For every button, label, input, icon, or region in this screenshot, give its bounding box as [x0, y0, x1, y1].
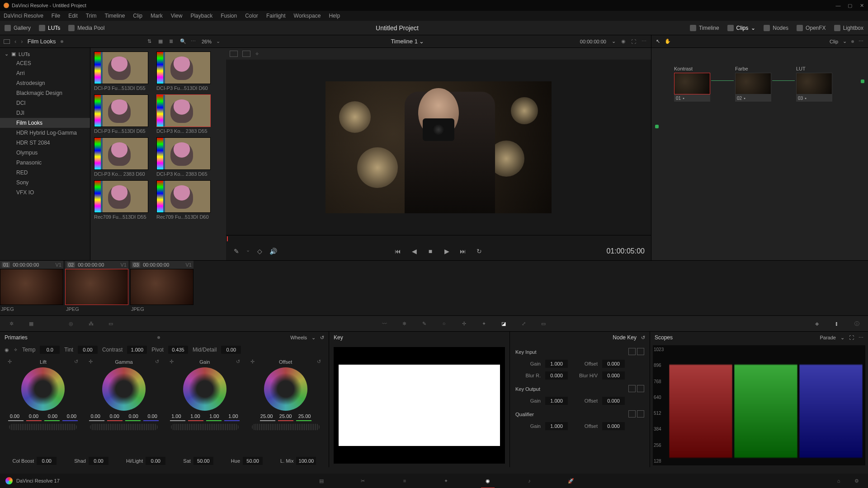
key-preview[interactable] — [334, 347, 505, 464]
menu-edit[interactable]: Edit — [68, 13, 78, 19]
maximize-button[interactable]: ▢ — [847, 3, 853, 8]
viewer-image[interactable] — [326, 81, 552, 213]
page-fusion[interactable]: ✦ — [441, 476, 451, 486]
graph-output[interactable] — [861, 80, 864, 83]
options-icon[interactable]: ⋯ — [859, 38, 863, 44]
lut-folder-panasonic[interactable]: Panasonic — [0, 158, 90, 168]
scopes-icon[interactable]: ⫿ — [832, 319, 842, 328]
matte-toggle[interactable] — [628, 410, 636, 418]
menu-mark[interactable]: Mark — [151, 13, 163, 19]
prim-hilight[interactable]: 0.00 — [146, 457, 165, 465]
menu-workspace[interactable]: Workspace — [294, 13, 321, 19]
auto-balance-icon[interactable]: ✧ — [14, 347, 18, 353]
options-icon[interactable]: ⋯ — [859, 335, 863, 341]
tracker-icon[interactable]: ✢ — [459, 319, 469, 328]
prev-clip-button[interactable]: ⏮ — [394, 247, 402, 255]
expand-icon[interactable]: ⛶ — [849, 335, 854, 340]
lut-item[interactable]: Rec709 Fu...513DI D55 — [94, 180, 148, 220]
nav-fwd-icon[interactable]: › — [21, 38, 23, 45]
color-match-icon[interactable]: ▦ — [26, 319, 36, 328]
expand-icon[interactable]: ⛶ — [631, 39, 636, 44]
chevron-down-icon[interactable]: ⌄ — [246, 247, 250, 255]
lut-folder-dci[interactable]: DCI — [0, 98, 90, 108]
picker-icon[interactable]: ✢ — [170, 359, 174, 365]
stop-button[interactable]: ■ — [426, 247, 434, 255]
key-icon[interactable]: ◪ — [499, 319, 509, 328]
pointer-icon[interactable]: ↖ — [656, 38, 660, 44]
lut-item[interactable]: DCI-P3 Fu...513DI D60 — [156, 52, 211, 91]
lut-folder-vfx-io[interactable]: VFX IO — [0, 188, 90, 197]
nk-offset[interactable]: 0.000 — [602, 360, 625, 368]
lut-folder-dji[interactable]: DJI — [0, 108, 90, 118]
pagebar-gallery[interactable]: Gallery — [5, 25, 31, 31]
adjust-tint[interactable]: 0.00 — [78, 346, 98, 354]
pagebar-luts[interactable]: LUTs — [39, 25, 60, 31]
pagebar-timeline[interactable]: Timeline — [690, 25, 719, 31]
sort-icon[interactable]: ⇅ — [147, 38, 154, 45]
reset-icon[interactable]: ↺ — [236, 359, 240, 365]
reset-icon[interactable]: ↺ — [155, 359, 159, 365]
lut-item[interactable]: DCI-P3 Ko... 2383 D65 — [156, 137, 211, 177]
lut-folder-hdr-st-2084[interactable]: HDR ST 2084 — [0, 138, 90, 148]
window-icon[interactable]: ○ — [439, 319, 449, 328]
viewer-scrubber[interactable] — [226, 235, 651, 242]
viewer-timecode[interactable]: 01:00:05:00 — [606, 247, 645, 255]
pagebar-lightbox[interactable]: Lightbox — [834, 25, 863, 31]
panel-toggle-icon[interactable] — [4, 39, 10, 44]
picker-icon[interactable]: ✢ — [89, 359, 93, 365]
lut-item[interactable]: DCI-P3 Ko... 2383 D60 — [94, 137, 148, 177]
picker-icon[interactable]: ◉ — [5, 347, 9, 353]
chevron-down-icon[interactable]: ⌄ — [311, 335, 316, 341]
page-color[interactable]: ◉ — [483, 476, 493, 486]
primaries-mode[interactable]: Wheels — [290, 335, 307, 340]
lut-tree-root[interactable]: ⌄ ▣ LUTs — [0, 50, 90, 58]
jog-lift[interactable] — [9, 424, 77, 430]
clip-03[interactable]: 0300:00:00:00V1JPEG — [130, 261, 193, 315]
invert-toggle[interactable] — [637, 410, 644, 418]
reset-icon[interactable]: ↺ — [317, 359, 321, 365]
highlight-icon[interactable]: ✧ — [255, 51, 259, 57]
menu-view[interactable]: View — [171, 13, 183, 19]
adjust-temp[interactable]: 0.0 — [40, 346, 60, 354]
pan-icon[interactable]: ✋ — [665, 38, 671, 44]
zoom-chevron-icon[interactable]: ⌄ — [216, 38, 222, 45]
list-view-icon[interactable]: ≣ — [169, 38, 175, 45]
scopes-mode[interactable]: Parade — [820, 335, 836, 340]
primaries-icon[interactable] — [46, 319, 56, 328]
page-media[interactable]: ▤ — [316, 476, 326, 486]
reset-icon[interactable]: ↺ — [74, 359, 78, 365]
pagebar-openfx[interactable]: OpenFX — [797, 25, 826, 31]
lut-item[interactable]: DCI-P3 Ko... 2383 D55 — [156, 94, 211, 134]
curves-icon[interactable]: 〰 — [379, 319, 389, 328]
3d-icon[interactable]: ▭ — [538, 319, 548, 328]
image-wipe-icon[interactable] — [230, 51, 238, 57]
jog-gamma[interactable] — [90, 424, 158, 430]
menu-timeline[interactable]: Timeline — [104, 13, 125, 19]
step-back-button[interactable]: ◀ — [410, 247, 418, 255]
options-icon[interactable]: ⋯ — [191, 38, 197, 45]
invert-toggle[interactable] — [637, 385, 644, 392]
lut-folder-blackmagic-design[interactable]: Blackmagic Design — [0, 88, 90, 98]
search-icon[interactable]: 🔍 — [180, 38, 186, 45]
rgb-mixer-icon[interactable]: ⁂ — [86, 319, 96, 328]
node-03[interactable]: LUT03▪ — [796, 66, 832, 102]
render-cache-icon[interactable]: ◉ — [621, 38, 626, 44]
nk-blurr[interactable]: 0.000 — [545, 371, 568, 380]
graph-input[interactable] — [655, 125, 659, 128]
keyframes-icon[interactable]: ◆ — [812, 319, 822, 328]
page-fairlight[interactable]: ♪ — [524, 476, 534, 486]
prim-sat[interactable]: 50.00 — [193, 457, 213, 465]
page-deliver[interactable]: 🚀 — [566, 476, 576, 486]
menu-davinci-resolve[interactable]: DaVinci Resolve — [4, 13, 43, 19]
lut-folder-astrodesign[interactable]: Astrodesign — [0, 78, 90, 88]
nk-gain[interactable]: 1.000 — [545, 397, 568, 405]
lut-folder-aces[interactable]: ACES — [0, 58, 90, 68]
qualifier-picker-icon[interactable]: ✎ — [232, 247, 241, 255]
lut-folder-sony[interactable]: Sony — [0, 178, 90, 188]
jog-offset[interactable] — [252, 424, 320, 430]
unmix-icon[interactable]: ◇ — [255, 247, 264, 255]
lut-item[interactable]: Rec709 Fu...513DI D60 — [156, 180, 211, 220]
lut-item[interactable]: DCI-P3 Fu...513DI D65 — [94, 94, 148, 134]
picker-icon[interactable]: ✢ — [8, 359, 12, 365]
menu-playback[interactable]: Playback — [190, 13, 212, 19]
